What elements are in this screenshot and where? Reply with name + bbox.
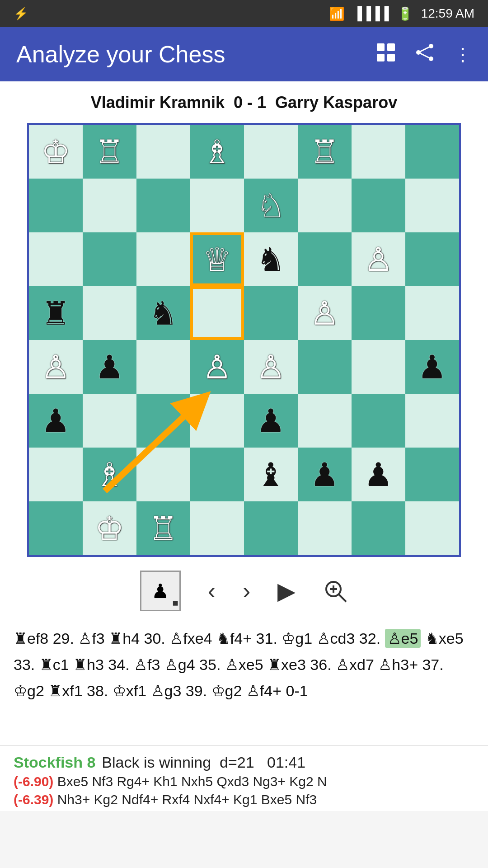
board-cell-c4[interactable] [136, 340, 190, 394]
prev-button[interactable]: ‹ [208, 577, 216, 604]
board-cell-d7[interactable] [190, 179, 244, 232]
board-cell-g4[interactable] [352, 340, 405, 394]
svg-rect-1 [387, 43, 395, 51]
board-cell-e7[interactable]: ♘ [244, 179, 298, 232]
board-cell-h3[interactable] [405, 394, 459, 448]
controls-bar: ♟ ‹ › ▶ [0, 561, 488, 618]
board-cell-e6[interactable]: ♞ [244, 232, 298, 286]
board-cell-f1[interactable] [298, 501, 352, 555]
svg-line-7 [418, 46, 431, 52]
board-cell-g8[interactable] [352, 125, 405, 179]
board-cell-a5[interactable]: ♜ [29, 286, 83, 340]
app-title: Analyze your Chess [16, 41, 376, 68]
board-cell-d5[interactable] [190, 286, 244, 340]
board-cell-c1[interactable]: ♖ [136, 501, 190, 555]
board-cell-d3[interactable] [190, 394, 244, 448]
play-button[interactable]: ▶ [277, 577, 296, 604]
piece-selector-button[interactable]: ♟ [140, 571, 181, 611]
analysis-line-1: (-6.90) Bxe5 Nf3 Rg4+ Kh1 Nxh5 Qxd3 Ng3+… [14, 774, 474, 789]
board-cell-f5[interactable]: ♙ [298, 286, 352, 340]
battery-icon: 🔋 [397, 6, 413, 21]
board-cell-g5[interactable] [352, 286, 405, 340]
board-cell-e2[interactable]: ♝ [244, 448, 298, 501]
move-list: ♜ef8 29. ♙f3 ♜h4 30. ♙fxe4 ♞f4+ 31. ♔g1 … [0, 618, 488, 745]
board-cell-f3[interactable] [298, 394, 352, 448]
board-cell-b7[interactable] [83, 179, 136, 232]
board-cell-e3[interactable]: ♟ [244, 394, 298, 448]
board-cell-c3[interactable] [136, 394, 190, 448]
move-highlighted: ♙e5 [385, 629, 421, 648]
board-cell-g2[interactable]: ♟ [352, 448, 405, 501]
analysis-section: Stockfish 8 Black is winning d=21 01:41 … [0, 745, 488, 811]
share-icon[interactable] [415, 42, 435, 66]
game-header: Vladimir Kramnik 0 - 1 Garry Kasparov [0, 81, 488, 118]
usb-icon: ⚡ [14, 7, 28, 21]
move-token: ♜ef8 29. ♙f3 ♜h4 30. ♙fxe4 ♞f4+ 31. ♔g1 … [14, 630, 385, 647]
board-cell-b3[interactable] [83, 394, 136, 448]
board-cell-g7[interactable] [352, 179, 405, 232]
analysis-line-2: (-6.39) Nh3+ Kg2 Ndf4+ Rxf4 Nxf4+ Kg1 Bx… [14, 792, 474, 807]
board-cell-d8[interactable]: ♗ [190, 125, 244, 179]
board-cell-c6[interactable] [136, 232, 190, 286]
svg-line-11 [338, 594, 346, 602]
board-cell-f6[interactable] [298, 232, 352, 286]
board-cell-h7[interactable] [405, 179, 459, 232]
board-cell-h4[interactable]: ♟ [405, 340, 459, 394]
board-cell-e1[interactable] [244, 501, 298, 555]
board-cell-d1[interactable] [190, 501, 244, 555]
board-cell-g3[interactable] [352, 394, 405, 448]
board-cell-g1[interactable] [352, 501, 405, 555]
board-cell-b8[interactable]: ♖ [83, 125, 136, 179]
board-cell-h2[interactable] [405, 448, 459, 501]
board-cell-h5[interactable] [405, 286, 459, 340]
board-cell-c5[interactable]: ♞ [136, 286, 190, 340]
board-cell-a4[interactable]: ♙ [29, 340, 83, 394]
wifi-icon: 📶 [329, 6, 345, 21]
board-cell-a3[interactable]: ♟ [29, 394, 83, 448]
board-cell-d6[interactable]: ♕ [190, 232, 244, 286]
board-cell-b6[interactable] [83, 232, 136, 286]
signal-icon: ▐▐▐▐ [353, 6, 389, 21]
board-cell-g6[interactable]: ♙ [352, 232, 405, 286]
chess-board: ♔♖♗♖♘♕♞♙♜♞♙♙♟♙♙♟♟♟♗♝♟♟♔♖ [27, 123, 461, 557]
svg-rect-2 [377, 54, 385, 61]
board-cell-a8[interactable]: ♔ [29, 125, 83, 179]
more-options-icon[interactable]: ⋮ [454, 44, 472, 65]
board-cell-f8[interactable]: ♖ [298, 125, 352, 179]
grid-icon[interactable] [376, 42, 396, 66]
board-cell-e8[interactable] [244, 125, 298, 179]
time-display: 12:59 AM [421, 6, 474, 21]
next-button[interactable]: › [243, 577, 250, 604]
status-bar: ⚡ 📶 ▐▐▐▐ 🔋 12:59 AM [0, 0, 488, 27]
app-bar: Analyze your Chess ⋮ [0, 27, 488, 81]
black-player: Garry Kasparov [275, 93, 397, 112]
white-player: Vladimir Kramnik [91, 93, 225, 112]
board-cell-h6[interactable] [405, 232, 459, 286]
board-cell-a2[interactable] [29, 448, 83, 501]
board-cell-f4[interactable] [298, 340, 352, 394]
board-cell-a6[interactable] [29, 232, 83, 286]
board-cell-c8[interactable] [136, 125, 190, 179]
svg-line-8 [418, 52, 431, 59]
board-cell-d2[interactable] [190, 448, 244, 501]
board-cell-h8[interactable] [405, 125, 459, 179]
engine-name: Stockfish 8 [14, 754, 95, 771]
svg-rect-3 [387, 54, 395, 61]
board-cell-b4[interactable]: ♟ [83, 340, 136, 394]
engine-status: Black is winning d=21 01:41 [98, 754, 305, 771]
game-score: 0 - 1 [234, 93, 266, 112]
board-cell-f2[interactable]: ♟ [298, 448, 352, 501]
board-cell-a1[interactable] [29, 501, 83, 555]
board-cell-b2[interactable]: ♗ [83, 448, 136, 501]
board-cell-e5[interactable] [244, 286, 298, 340]
board-cell-f7[interactable] [298, 179, 352, 232]
board-cell-h1[interactable] [405, 501, 459, 555]
board-cell-e4[interactable]: ♙ [244, 340, 298, 394]
board-cell-a7[interactable] [29, 179, 83, 232]
board-cell-b5[interactable] [83, 286, 136, 340]
board-cell-b1[interactable]: ♔ [83, 501, 136, 555]
board-cell-c2[interactable] [136, 448, 190, 501]
board-cell-c7[interactable] [136, 179, 190, 232]
board-cell-d4[interactable]: ♙ [190, 340, 244, 394]
zoom-button[interactable] [323, 578, 348, 604]
